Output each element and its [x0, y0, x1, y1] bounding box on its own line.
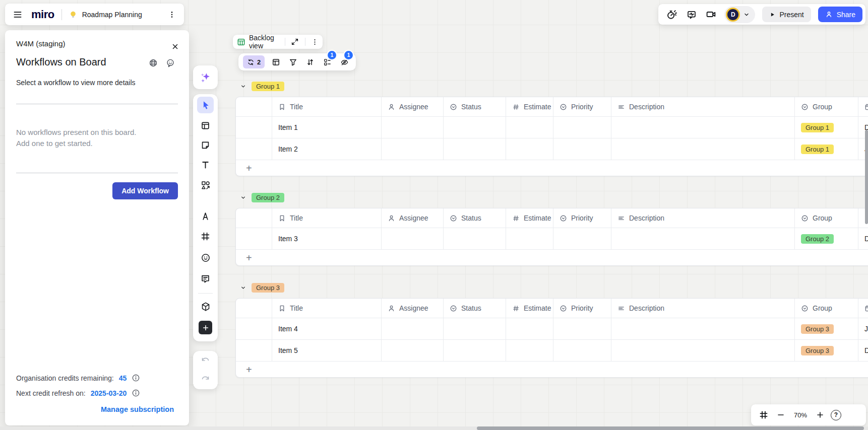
- cell-date[interactable]: De: [858, 228, 868, 249]
- account-menu[interactable]: D: [724, 6, 755, 23]
- cell-status[interactable]: [444, 228, 506, 249]
- fit-screen-button[interactable]: [757, 408, 770, 421]
- row-handle[interactable]: [236, 117, 272, 138]
- table-row[interactable]: Item 2 Group 1 Ja: [236, 138, 868, 160]
- cell-description[interactable]: [611, 318, 795, 339]
- row-handle[interactable]: [236, 138, 272, 160]
- column-header-estimate[interactable]: Estimate: [506, 97, 553, 116]
- cell-description[interactable]: [611, 340, 795, 361]
- table-row[interactable]: Item 4 Group 3 Ja: [236, 318, 868, 339]
- cell-date[interactable]: Ja: [858, 318, 868, 339]
- pen-tool[interactable]: [197, 208, 214, 225]
- cell-group[interactable]: Group 1: [795, 138, 858, 160]
- zoom-out-button[interactable]: [774, 408, 787, 421]
- frame-tool[interactable]: [197, 228, 214, 245]
- group-label-pill[interactable]: Group 1: [252, 82, 284, 91]
- cell-status[interactable]: [444, 318, 506, 339]
- add-row-button[interactable]: +: [243, 163, 255, 173]
- cell-estimate[interactable]: [506, 138, 553, 160]
- shapes-tool[interactable]: [197, 177, 214, 193]
- row-handle[interactable]: [236, 228, 272, 249]
- filter-button[interactable]: [287, 56, 299, 68]
- cell-priority[interactable]: [553, 340, 611, 361]
- row-handle[interactable]: [236, 318, 272, 339]
- column-header-date[interactable]: [858, 97, 868, 116]
- cell-description[interactable]: [611, 138, 795, 160]
- add-row-button[interactable]: +: [243, 365, 255, 375]
- table-row[interactable]: Item 1 Group 1 De: [236, 116, 868, 138]
- board-menu-button[interactable]: [166, 9, 178, 21]
- column-header-title[interactable]: Title: [272, 97, 382, 116]
- widget-menu-button[interactable]: [311, 36, 319, 47]
- group-label-pill[interactable]: Group 2: [252, 193, 284, 202]
- feedback-button[interactable]: [685, 8, 698, 22]
- templates-tool[interactable]: [197, 117, 214, 134]
- column-header-group[interactable]: Group: [795, 208, 858, 228]
- board-title[interactable]: Roadmap Planning: [82, 11, 142, 19]
- add-row-button[interactable]: +: [243, 253, 255, 263]
- cell-description[interactable]: [611, 228, 795, 249]
- cell-group[interactable]: Group 3: [795, 318, 858, 339]
- column-header-assignee[interactable]: Assignee: [382, 208, 444, 228]
- column-header-priority[interactable]: Priority: [553, 299, 611, 318]
- comment-tool[interactable]: [197, 270, 214, 287]
- info-icon[interactable]: [132, 374, 140, 382]
- cell-estimate[interactable]: [506, 318, 553, 339]
- miro-logo[interactable]: miro: [31, 8, 54, 21]
- collapse-group-button[interactable]: [239, 283, 247, 292]
- collapse-group-button[interactable]: [239, 82, 247, 90]
- close-panel-button[interactable]: [169, 40, 181, 52]
- expand-widget-button[interactable]: [290, 36, 299, 47]
- cell-priority[interactable]: [553, 138, 611, 160]
- apps-tool[interactable]: [197, 298, 214, 315]
- timer-button[interactable]: [665, 8, 678, 22]
- horizontal-scrollbar-thumb[interactable]: [477, 426, 864, 430]
- group-label-pill[interactable]: Group 3: [252, 283, 284, 293]
- cell-group[interactable]: Group 2: [795, 228, 858, 249]
- cell-group[interactable]: Group 1: [795, 117, 858, 138]
- column-header-description[interactable]: Description: [611, 97, 795, 116]
- cell-assignee[interactable]: [382, 340, 444, 361]
- column-header-group[interactable]: Group: [795, 97, 858, 116]
- feedback-smiley-button[interactable]: [165, 58, 175, 68]
- cell-assignee[interactable]: [382, 228, 444, 249]
- language-button[interactable]: [148, 58, 158, 68]
- column-header-assignee[interactable]: Assignee: [382, 97, 444, 116]
- cell-estimate[interactable]: [506, 228, 553, 249]
- zoom-in-button[interactable]: [814, 408, 827, 421]
- help-button[interactable]: ?: [831, 410, 841, 420]
- manage-subscription-link[interactable]: Manage subscription: [101, 405, 174, 413]
- column-header-group[interactable]: Group: [795, 299, 858, 318]
- cell-date[interactable]: De: [858, 340, 868, 361]
- video-camera-button[interactable]: [705, 8, 717, 22]
- vertical-scrollbar-thumb[interactable]: [865, 130, 868, 224]
- column-header-estimate[interactable]: Estimate: [506, 208, 553, 228]
- table-row[interactable]: Item 3 Group 2 De: [236, 228, 868, 249]
- undo-button[interactable]: [197, 352, 214, 369]
- add-workflow-button[interactable]: Add Workflow: [112, 182, 178, 199]
- present-button[interactable]: Present: [762, 7, 811, 22]
- column-header-status[interactable]: Status: [444, 97, 506, 116]
- sort-button[interactable]: [304, 56, 316, 68]
- stickers-tool[interactable]: [197, 249, 214, 266]
- column-header-title[interactable]: Title: [272, 299, 382, 318]
- cell-title[interactable]: Item 5: [272, 340, 382, 361]
- cell-status[interactable]: [444, 117, 506, 138]
- cell-title[interactable]: Item 3: [272, 228, 382, 249]
- row-handle[interactable]: [236, 340, 272, 361]
- collapse-group-button[interactable]: [239, 193, 247, 201]
- info-icon[interactable]: [132, 389, 140, 397]
- sticky-note-tool[interactable]: [197, 137, 214, 154]
- column-header-title[interactable]: Title: [272, 208, 382, 228]
- layout-button[interactable]: [270, 56, 282, 68]
- column-header-estimate[interactable]: Estimate: [506, 299, 553, 318]
- add-tool-button[interactable]: [199, 321, 212, 334]
- column-header-assignee[interactable]: Assignee: [382, 299, 444, 318]
- column-header-priority[interactable]: Priority: [553, 208, 611, 228]
- column-header-status[interactable]: Status: [444, 208, 506, 228]
- cell-estimate[interactable]: [506, 117, 553, 138]
- cell-assignee[interactable]: [382, 138, 444, 160]
- cell-priority[interactable]: [553, 318, 611, 339]
- cell-title[interactable]: Item 2: [272, 138, 382, 160]
- text-tool[interactable]: [197, 157, 214, 173]
